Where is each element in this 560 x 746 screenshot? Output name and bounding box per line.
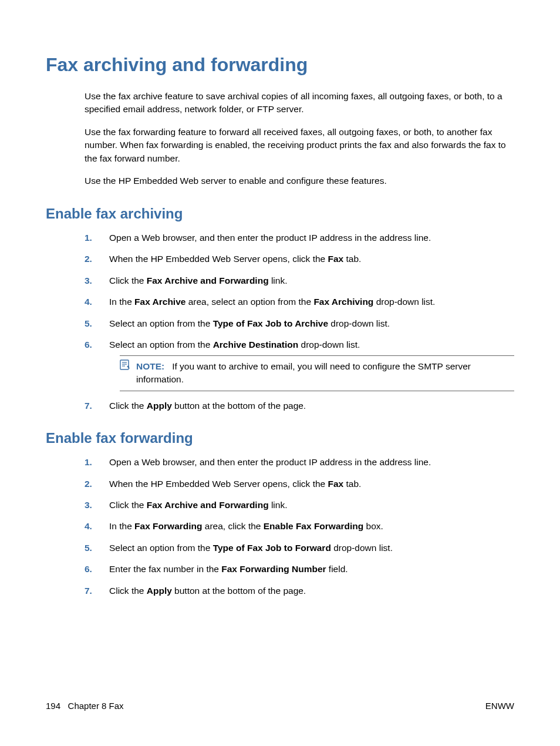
- step-text: drop-down list.: [328, 318, 390, 328]
- steps-forwarding: 1. Open a Web browser, and then enter th…: [85, 456, 514, 597]
- step-number: 3.: [85, 499, 92, 512]
- list-item: 5. Select an option from the Type of Fax…: [85, 542, 514, 555]
- step-text: Click the: [109, 401, 147, 411]
- step-number: 7.: [85, 584, 92, 597]
- step-text: Enter the fax number in the: [109, 564, 221, 574]
- step-number: 4.: [85, 520, 92, 533]
- step-number: 3.: [85, 274, 92, 287]
- list-item: 4. In the Fax Forwarding area, click the…: [85, 520, 514, 533]
- section-heading-archiving: Enable fax archiving: [46, 206, 514, 222]
- step-text: area, select an option from the: [185, 297, 313, 307]
- step-number: 5.: [85, 317, 92, 330]
- step-number: 6.: [85, 338, 92, 351]
- intro-paragraph: Use the fax forwarding feature to forwar…: [85, 126, 514, 165]
- step-text: drop-down list.: [298, 340, 360, 350]
- ui-label: Archive Destination: [213, 340, 299, 350]
- intro-paragraph: Use the HP Embedded Web server to enable…: [85, 174, 514, 187]
- list-item: 6. Select an option from the Archive Des…: [85, 338, 514, 391]
- ui-label: Fax Archive and Forwarding: [147, 275, 269, 285]
- note-callout: NOTE: If you want to archive to email, y…: [120, 355, 514, 391]
- step-text: In the: [109, 297, 134, 307]
- step-number: 1.: [85, 231, 92, 244]
- step-text: Click the: [109, 275, 147, 285]
- page-footer: 194 Chapter 8 Fax ENWW: [46, 701, 514, 711]
- step-text: Select an option from the: [109, 340, 213, 350]
- step-text: drop-down list.: [331, 543, 393, 553]
- step-text: Open a Web browser, and then enter the p…: [109, 457, 431, 467]
- step-number: 2.: [85, 253, 92, 266]
- step-text: button at the bottom of the page.: [172, 401, 306, 411]
- document-page: Fax archiving and forwarding Use the fax…: [0, 0, 560, 746]
- list-item: 4. In the Fax Archive area, select an op…: [85, 295, 514, 308]
- ui-label: Type of Fax Job to Archive: [213, 318, 328, 328]
- intro-paragraph: Use the fax archive feature to save arch…: [85, 90, 514, 116]
- ui-label: Fax Archiving: [313, 297, 373, 307]
- step-text: Click the: [109, 500, 147, 510]
- step-number: 1.: [85, 456, 92, 469]
- list-item: 5. Select an option from the Type of Fax…: [85, 317, 514, 330]
- note-label: NOTE:: [136, 361, 164, 371]
- step-text: When the HP Embedded Web Server opens, c…: [109, 479, 328, 489]
- list-item: 7. Click the Apply button at the bottom …: [85, 584, 514, 597]
- list-item: 1. Open a Web browser, and then enter th…: [85, 456, 514, 469]
- step-number: 7.: [85, 399, 92, 412]
- section-heading-forwarding: Enable fax forwarding: [46, 430, 514, 446]
- ui-label: Fax: [328, 479, 343, 489]
- step-text: Open a Web browser, and then enter the p…: [109, 233, 431, 243]
- step-text: Select an option from the: [109, 318, 213, 328]
- list-item: 1. Open a Web browser, and then enter th…: [85, 231, 514, 244]
- list-item: 2. When the HP Embedded Web Server opens…: [85, 478, 514, 490]
- step-text: drop-down list.: [373, 297, 435, 307]
- step-text: tab.: [343, 254, 361, 264]
- step-text: box.: [363, 521, 383, 531]
- list-item: 3. Click the Fax Archive and Forwarding …: [85, 274, 514, 287]
- list-item: 3. Click the Fax Archive and Forwarding …: [85, 499, 514, 512]
- step-number: 2.: [85, 478, 92, 490]
- intro-block: Use the fax archive feature to save arch…: [85, 90, 514, 188]
- page-title: Fax archiving and forwarding: [46, 54, 514, 76]
- note-icon: [120, 359, 131, 370]
- list-item: 2. When the HP Embedded Web Server opens…: [85, 253, 514, 266]
- page-number: 194: [46, 701, 60, 711]
- step-text: button at the bottom of the page.: [172, 586, 306, 596]
- step-text: When the HP Embedded Web Server opens, c…: [109, 254, 328, 264]
- steps-archiving: 1. Open a Web browser, and then enter th…: [85, 231, 514, 412]
- ui-label: Apply: [147, 586, 172, 596]
- step-text: Select an option from the: [109, 543, 213, 553]
- ui-label: Fax: [328, 254, 343, 264]
- step-number: 4.: [85, 295, 92, 308]
- note-text: If you want to archive to email, you wil…: [136, 361, 471, 384]
- ui-label: Type of Fax Job to Forward: [213, 543, 331, 553]
- ui-label: Apply: [147, 401, 172, 411]
- ui-label: Fax Archive: [134, 297, 185, 307]
- step-text: tab.: [343, 479, 361, 489]
- step-text: link.: [269, 275, 288, 285]
- step-text: link.: [269, 500, 288, 510]
- footer-right: ENWW: [485, 701, 514, 711]
- step-number: 5.: [85, 542, 92, 555]
- step-text: Click the: [109, 586, 147, 596]
- step-text: field.: [326, 564, 348, 574]
- step-text: area, click the: [203, 521, 264, 531]
- ui-label: Fax Archive and Forwarding: [147, 500, 269, 510]
- list-item: 7. Click the Apply button at the bottom …: [85, 399, 514, 412]
- svg-rect-0: [120, 360, 129, 369]
- step-text: In the: [109, 521, 134, 531]
- footer-left: 194 Chapter 8 Fax: [46, 701, 124, 711]
- ui-label: Fax Forwarding: [134, 521, 202, 531]
- list-item: 6. Enter the fax number in the Fax Forwa…: [85, 563, 514, 576]
- chapter-label: Chapter 8 Fax: [68, 701, 124, 711]
- ui-label: Fax Forwarding Number: [221, 564, 326, 574]
- step-number: 6.: [85, 563, 92, 576]
- ui-label: Enable Fax Forwarding: [264, 521, 364, 531]
